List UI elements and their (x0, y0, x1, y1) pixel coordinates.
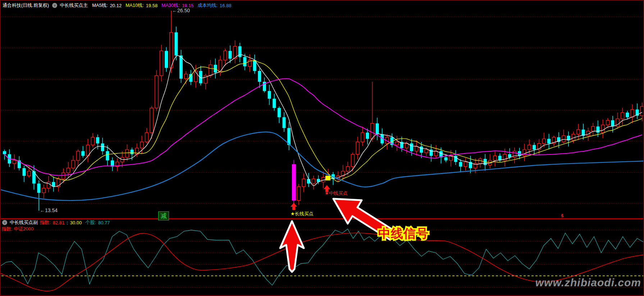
sub-stock-label: 个股: (85, 219, 96, 226)
sub-colon: : (67, 220, 68, 225)
trading-app-window: 通合科技(日线.前复权) ∨ 中长线买点主 MA5线: 20.12 MA10线:… (0, 0, 644, 296)
mid-term-buy-label: ★中线买点 (325, 190, 348, 197)
sub-index-label: 指数: (40, 219, 51, 226)
signal-text: 中线信号 (378, 225, 429, 242)
mid-term-signal-annotation: 中线信号 中线信号 (378, 225, 472, 242)
sub-index-name: 指数: 中证2000 (2, 226, 33, 232)
watermark: www.zhibiaodi.com (535, 277, 641, 289)
long-term-buy-label: ★长线买点 (291, 211, 314, 217)
main-gridlines (1, 17, 644, 203)
price-low-label: ←13.54 (40, 207, 58, 213)
candles (3, 11, 644, 211)
sub-threshold-value: 30.00 (70, 220, 82, 225)
sub-panel-header: ∨ 中长线买点副 指数: 82.81 : 30.00 个股: 80.77 (1, 219, 112, 226)
sub-stock-value: 80.77 (98, 220, 110, 225)
ma10-line (5, 61, 642, 182)
s-point-marker: ŝ (561, 213, 563, 218)
big-arrows (280, 199, 395, 272)
chart-canvas[interactable] (1, 1, 644, 296)
chevron-down-icon[interactable]: ∨ (2, 220, 7, 225)
ma5-line (5, 54, 642, 187)
sub-index-value: 82.81 (53, 220, 65, 225)
ma30-line (5, 79, 642, 175)
jian-reduce-marker: 减 (158, 211, 169, 220)
price-high-label: ←26.50 (172, 8, 190, 13)
sub-indicator-name[interactable]: 中长线买点副 (10, 219, 38, 226)
